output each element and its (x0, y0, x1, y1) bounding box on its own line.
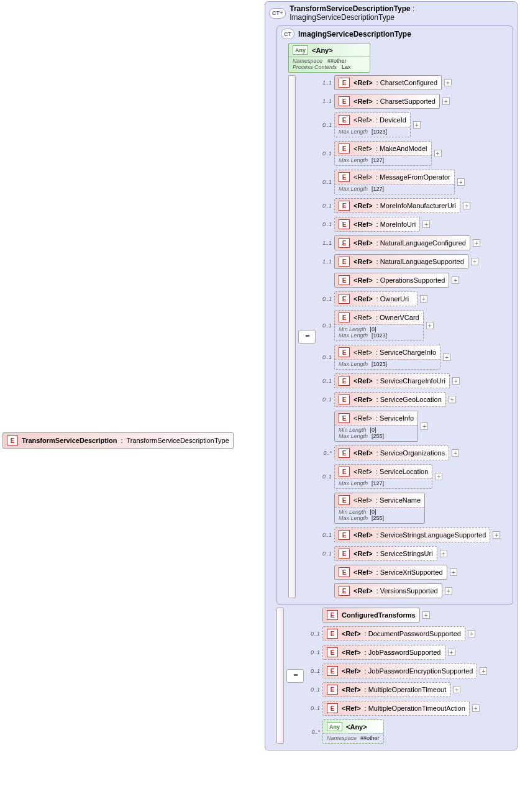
sequence-rail (288, 75, 296, 598)
ref-token: <Ref> (354, 496, 372, 504)
any-header-block: Any <Any> Namespace##other Process Conte… (288, 43, 370, 73)
minlength-value: [0] (370, 427, 376, 433)
element-badge-icon: E (339, 275, 350, 285)
expand-icon[interactable]: + (442, 98, 450, 105)
expand-icon[interactable]: + (422, 611, 430, 619)
element-badge-icon: E (339, 294, 350, 304)
ref-name: : MultipleOperationTimeoutAction (365, 705, 465, 712)
expand-icon[interactable]: + (422, 221, 430, 228)
expand-icon[interactable]: + (444, 79, 452, 86)
any-label: <Any> (346, 723, 367, 731)
ref-box: E<Ref> : ServiceChargeInfoUri (334, 373, 450, 388)
expand-icon[interactable]: + (445, 587, 452, 595)
maxlength-label: Max Length (339, 186, 368, 192)
expand-icon[interactable]: + (443, 354, 450, 361)
expand-icon[interactable]: + (449, 396, 456, 403)
cardinality-label: 0..1 (308, 705, 320, 711)
ref-box: E<Ref> : ServiceNameMin Length[0]Max Len… (334, 493, 425, 524)
ref-box: E<Ref> : ServiceLocationMax Length[127] (334, 464, 432, 489)
maxlength-label: Max Length (339, 515, 368, 521)
element-badge-icon: E (339, 530, 350, 540)
ref-box: E<Ref> : NaturalLanguageSupported (334, 254, 468, 269)
ref-name: : MakeAndModel (376, 145, 427, 152)
ref-box: E<Ref> : MultipleOperationTimeoutAction (322, 701, 470, 716)
ref-row: EConfiguredTransforms+ (308, 608, 513, 623)
ref-name: : DocumentPasswordSupported (365, 630, 461, 637)
ref-name: : OwnerVCard (376, 314, 419, 321)
expand-icon[interactable]: + (434, 150, 442, 157)
ref-name: : VersionsSupported (376, 587, 438, 595)
ref-name: : JobPasswordEncryptionSupported (365, 667, 473, 675)
ref-name: : ServiceGeoLocation (376, 396, 442, 403)
ref-box: E<Ref> : ServiceStringsLanguageSupported (334, 527, 490, 542)
cardinality-label: 0..1 (319, 296, 332, 302)
expand-icon[interactable]: + (420, 295, 427, 303)
ref-token: <Ref> (354, 587, 373, 595)
element-badge-icon: E (339, 395, 350, 404)
cardinality-label: 0..1 (319, 221, 332, 227)
element-badge-icon: E (339, 549, 350, 559)
expand-icon[interactable]: + (473, 239, 480, 247)
ref-box: E<Ref> : MultipleOperationTimeout (322, 682, 450, 697)
expand-icon[interactable]: + (468, 630, 475, 637)
root-element-sep: : (121, 437, 122, 444)
expand-icon[interactable]: + (457, 178, 465, 186)
minlength-label: Min Length (339, 326, 367, 332)
element-badge-icon: E (339, 238, 350, 248)
complextype-outer-title: TransformServiceDescriptionType (290, 4, 411, 13)
expand-icon[interactable]: + (480, 667, 487, 675)
inner-sequence: 1..1E<Ref> : CharsetConfigured+1..1E<Ref… (288, 75, 509, 598)
ref-token: <Ref> (354, 414, 372, 422)
expand-icon[interactable]: + (463, 202, 470, 209)
cardinality-label: 0..1 (319, 122, 332, 128)
expand-icon[interactable]: + (426, 322, 434, 329)
ref-row: 0..1E<Ref> : ServiceStringsLanguageSuppo… (319, 527, 509, 542)
expand-icon[interactable]: + (472, 705, 480, 712)
expand-icon[interactable]: + (413, 121, 421, 129)
maxlength-label: Max Length (339, 129, 368, 135)
complextype-outer-header: CT+ TransformServiceDescriptionType : Im… (265, 2, 517, 24)
ref-token: <Ref> (354, 145, 372, 152)
ref-row: E<Ref> : VersionsSupported+ (319, 583, 509, 598)
cardinality-label: 0..1 (308, 687, 320, 693)
ref-row: 1..1E<Ref> : CharsetSupported+ (319, 94, 509, 109)
expand-icon[interactable]: + (435, 473, 442, 480)
cardinality-label: 0..1 (319, 550, 332, 557)
ref-box: E<Ref> : MoreInfoManufacturerUri (334, 198, 460, 213)
element-badge-icon: E (339, 586, 350, 596)
ref-box: E<Ref> : MessageFromOperatorMax Length[1… (334, 170, 455, 194)
minlength-label: Min Length (339, 509, 367, 515)
element-badge-icon: E (327, 610, 338, 620)
expand-icon[interactable]: + (440, 550, 447, 557)
element-badge-icon: E (339, 467, 350, 477)
element-badge-icon: E (339, 115, 350, 125)
expand-icon[interactable]: + (450, 568, 457, 576)
expand-icon[interactable]: + (448, 649, 455, 656)
ref-name: : ServiceOrganizations (376, 449, 445, 457)
ref-row: 1..1E<Ref> : NaturalLanguageConfigured+ (319, 235, 509, 250)
ref-token: <Ref> (354, 295, 373, 303)
expand-icon[interactable]: + (493, 531, 500, 539)
expand-icon[interactable]: + (452, 276, 459, 284)
expand-icon[interactable]: + (453, 686, 460, 693)
expand-icon[interactable]: + (452, 377, 460, 385)
ref-row: 0..1E<Ref> : JobPasswordEncryptionSuppor… (308, 664, 513, 678)
ref-token: <Ref> (354, 239, 373, 247)
cardinality-label: 0..* (319, 450, 332, 456)
ref-token: <Ref> (354, 202, 373, 209)
minlength-value: [0] (370, 509, 376, 515)
cardinality-label: 0..1 (319, 203, 332, 209)
expand-icon[interactable]: + (421, 422, 428, 430)
ref-name: : ServiceLocation (376, 468, 428, 475)
expand-icon[interactable]: + (452, 449, 459, 457)
any-namespace-value: ##other (327, 58, 347, 64)
any-label: <Any> (312, 47, 333, 54)
expand-icon[interactable]: + (471, 258, 478, 265)
minlength-label: Min Length (339, 427, 367, 433)
element-badge-icon: E (339, 495, 350, 505)
ref-row: 0..1E<Ref> : DocumentPasswordSupported+ (308, 626, 513, 641)
ref-row: E<Ref> : ServiceInfoMin Length[0]Max Len… (319, 411, 509, 442)
ref-name: : DeviceId (376, 116, 406, 124)
element-badge-icon: E (339, 144, 350, 153)
ref-box: E<Ref> : NaturalLanguageConfigured (334, 235, 470, 250)
